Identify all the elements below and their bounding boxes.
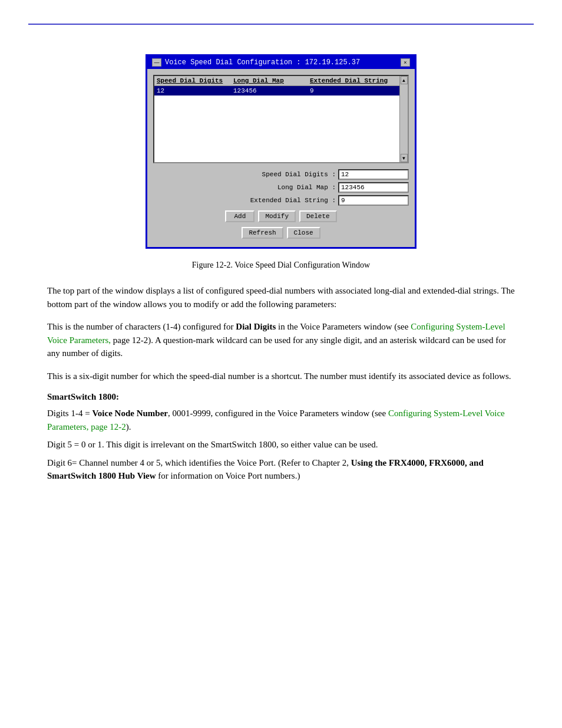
scrollbar-down-button[interactable]: ▼ xyxy=(401,154,408,162)
dialog-titlebar-left: — Voice Speed Dial Configuration : 172.1… xyxy=(152,58,360,67)
table-row[interactable]: 12 123456 9 xyxy=(154,86,408,95)
long-dial-input[interactable] xyxy=(338,182,409,193)
add-button[interactable]: Add xyxy=(225,210,254,222)
intro-paragraph: The top part of the window displays a li… xyxy=(47,284,515,311)
speed-dial-desc-para: This is the number of characters (1-4) c… xyxy=(47,320,515,360)
long-dial-desc-para: This is a six-digit number for which the… xyxy=(47,370,515,383)
col-header-extended: Extended Dial String xyxy=(310,77,405,84)
delete-button[interactable]: Delete xyxy=(299,210,337,222)
dialog-body: Speed Dial Digits Long Dial Map Extended… xyxy=(147,69,415,247)
speed-dial-desc-text2: in the Voice Parameters window (see xyxy=(276,322,411,331)
dialog-container: — Voice Speed Dial Configuration : 172.1… xyxy=(47,54,515,249)
button-row-2: Refresh Close xyxy=(153,227,409,239)
speed-dial-desc-text1: This is the number of characters (1-4) c… xyxy=(47,322,236,331)
page-content: — Voice Speed Dial Configuration : 172.1… xyxy=(0,25,562,511)
long-dial-row: Long Dial Map : xyxy=(153,182,409,193)
digits-14-text1: Digits 1-4 = xyxy=(47,409,92,418)
dialog-close-button[interactable]: × xyxy=(401,58,410,67)
col-header-speed: Speed Dial Digits xyxy=(157,77,233,84)
extended-dial-input[interactable] xyxy=(338,195,409,206)
dialog-menu-button[interactable]: — xyxy=(152,58,161,67)
smartswitch-heading: SmartSwitch 1800: xyxy=(47,392,515,402)
digits-14-text3: ). xyxy=(126,422,131,431)
button-row-1: Add Modify Delete xyxy=(153,210,409,222)
digits-14-text2: , 0001-9999, configured in the Voice Par… xyxy=(168,409,388,418)
scrollbar-up-button[interactable]: ▲ xyxy=(401,76,408,84)
extended-dial-row: Extended Dial String : xyxy=(153,195,409,206)
speed-dial-label: Speed Dial Digits : xyxy=(262,171,336,178)
modify-button[interactable]: Modify xyxy=(258,210,296,222)
close-dialog-button[interactable]: Close xyxy=(287,227,320,239)
dialog-title: Voice Speed Dial Configuration : 172.19.… xyxy=(165,58,360,67)
refresh-button[interactable]: Refresh xyxy=(242,227,283,239)
digit5-para: Digit 5 = 0 or 1. This digit is irreleva… xyxy=(47,438,515,452)
col-header-long: Long Dial Map xyxy=(233,77,310,84)
cell-long-dial: 123456 xyxy=(233,87,310,94)
cell-extended: 9 xyxy=(310,87,405,94)
digits-14-page[interactable]: page 12-2 xyxy=(88,422,125,431)
speed-dial-bold: Dial Digits xyxy=(236,322,276,331)
digits-14-bold: Voice Node Number xyxy=(92,409,168,418)
speed-dial-row: Speed Dial Digits : xyxy=(153,169,409,180)
table-header-row: Speed Dial Digits Long Dial Map Extended… xyxy=(154,76,408,86)
digits-14-para: Digits 1-4 = Voice Node Number, 0001-999… xyxy=(47,407,515,433)
digit6-text2: for information on Voice Port numbers.) xyxy=(156,471,300,480)
cell-speed-dial: 12 xyxy=(157,87,233,94)
speed-dial-page: page 12-2 xyxy=(111,335,148,345)
long-dial-label: Long Dial Map : xyxy=(277,184,336,191)
table-area: Speed Dial Digits Long Dial Map Extended… xyxy=(153,75,409,163)
speed-dial-input[interactable] xyxy=(338,169,409,180)
digit6-text1: Digit 6= Channel number 4 or 5, which id… xyxy=(47,458,351,467)
table-scrollbar: ▲ ▼ xyxy=(399,76,408,162)
form-area: Speed Dial Digits : Long Dial Map : Exte… xyxy=(153,169,409,206)
dialog-window: — Voice Speed Dial Configuration : 172.1… xyxy=(146,54,416,249)
extended-dial-label: Extended Dial String : xyxy=(250,197,336,204)
dialog-titlebar: — Voice Speed Dial Configuration : 172.1… xyxy=(147,56,415,69)
digit6-para: Digit 6= Channel number 4 or 5, which id… xyxy=(47,456,515,483)
figure-caption: Figure 12-2. Voice Speed Dial Configurat… xyxy=(47,261,515,270)
